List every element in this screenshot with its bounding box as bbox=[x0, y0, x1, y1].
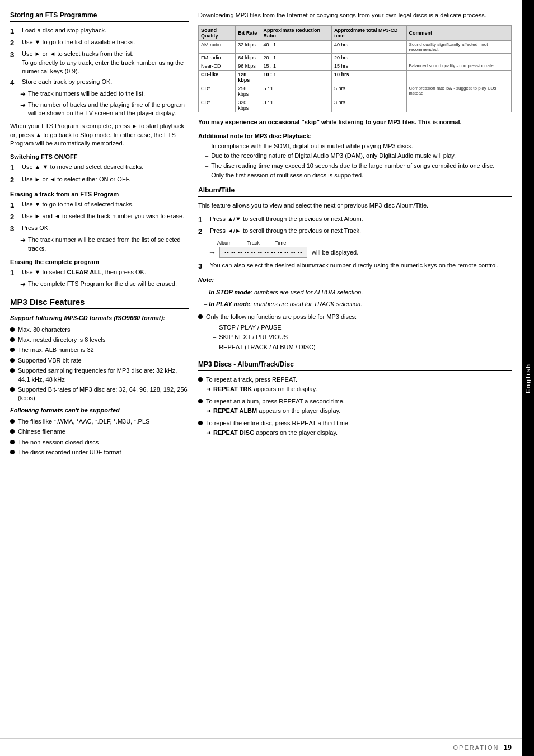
mp3-dash-0: – STOP / PLAY / PAUSE bbox=[213, 323, 357, 332]
table-header-ratio: Approximate Reduction Ratio bbox=[261, 26, 332, 41]
mp3-section: MP3 Disc Features Support following MP3-… bbox=[10, 297, 189, 457]
page: Storing an FTS Programme 1 Load a disc a… bbox=[0, 0, 534, 756]
mp3-title: MP3 Disc Features bbox=[10, 297, 189, 309]
repeat-disc-arrow: ➜ REPEAT DISC appears on the player disp… bbox=[206, 429, 350, 437]
switching-steps: 1 Use ▲ ▼ to move and select desired tra… bbox=[10, 163, 189, 185]
erasing-track-section: Erasing a track from an FTS Program 1 Us… bbox=[10, 191, 189, 253]
mp3-only-bullet-0: Only the following functions are possibl… bbox=[198, 313, 512, 354]
table-row: CD* 320 kbps 3 : 1 3 hrs bbox=[199, 98, 512, 112]
storing-step-1: 1 Load a disc and stop playback. bbox=[10, 26, 189, 36]
arrow-icon: ➜ bbox=[206, 429, 211, 437]
table-row: CD* 256 kbps 5 : 1 5 hrs Compression rat… bbox=[199, 84, 512, 98]
storing-section: Storing an FTS Programme 1 Load a disc a… bbox=[10, 11, 189, 148]
display-labels: Album Track Time bbox=[217, 240, 512, 246]
album-step-3: 3 You can also select the desired album/… bbox=[198, 261, 512, 271]
album-title-heading: Album/Title bbox=[198, 186, 512, 197]
erasing-complete-title: Erasing the complete program bbox=[10, 259, 189, 265]
bullet-icon bbox=[10, 440, 15, 444]
bullet-icon bbox=[10, 429, 15, 434]
mp3-only-dash-list: – STOP / PLAY / PAUSE – SKIP NEXT / PREV… bbox=[213, 323, 357, 351]
switching-step-1: 1 Use ▲ ▼ to move and select desired tra… bbox=[10, 163, 189, 173]
erasing-complete-steps: 1 Use ▼ to select CLEAR ALL, then press … bbox=[10, 268, 189, 278]
table-header-quality: Sound Quality bbox=[199, 26, 236, 41]
mp3-only-bullets: Only the following functions are possibl… bbox=[198, 313, 512, 354]
display-arrow-icon: → bbox=[208, 248, 216, 257]
switching-title: Switching FTS ON/OFF bbox=[10, 153, 189, 160]
intro-text: Downloading MP3 files from the Internet … bbox=[198, 11, 512, 20]
storing-step-3: 3 Use ► or ◄ to select tracks from the l… bbox=[10, 50, 189, 76]
footer-label: Operation bbox=[453, 744, 499, 751]
note-label: Note: bbox=[198, 276, 512, 284]
cant-bullet-1: Chinese filename bbox=[10, 428, 189, 436]
will-be-displayed: will be displayed. bbox=[312, 249, 358, 256]
skip-notice: You may experience an occasional "skip" … bbox=[198, 118, 512, 126]
mp3-bullet-1: Max. nested directory is 8 levels bbox=[10, 336, 189, 344]
storing-arrow-2: ➜ The number of tracks and the playing t… bbox=[20, 101, 189, 118]
mp3-dash-1: – SKIP NEXT / PREVIOUS bbox=[213, 333, 357, 341]
bullet-icon bbox=[198, 421, 203, 425]
mp3-discs-bullets: To repeat a track, press REPEAT. ➜ REPEA… bbox=[198, 375, 512, 439]
erasing-track-steps: 1 Use ▼ to go to the list of selected tr… bbox=[10, 200, 189, 234]
english-tab: English bbox=[522, 0, 534, 756]
album-title-section: Album/Title This feature allows you to v… bbox=[198, 186, 512, 308]
bullet-icon bbox=[10, 337, 15, 342]
mp3-discs-title: MP3 Discs - Album/Track/Disc bbox=[198, 360, 512, 371]
arrow-icon-2: ➜ bbox=[20, 101, 26, 110]
bullet-icon bbox=[10, 368, 15, 373]
album-title-intro: This feature allows you to view and sele… bbox=[198, 201, 512, 210]
main-content: Storing an FTS Programme 1 Load a disc a… bbox=[0, 0, 522, 756]
dash-item-3: – Only the first session of multisession… bbox=[205, 171, 512, 180]
cant-support-italic: Following formats can't be supported bbox=[10, 406, 189, 415]
cant-bullet-3: The discs recorded under UDF format bbox=[10, 448, 189, 457]
cant-bullet-2: The non-session closed discs bbox=[10, 438, 189, 447]
erasing-complete-step-1: 1 Use ▼ to select CLEAR ALL, then press … bbox=[10, 268, 189, 278]
album-step-1: 1 Press ▲/▼ to scroll through the previo… bbox=[198, 215, 512, 225]
mp3-bullets: Max. 30 characters Max. nested directory… bbox=[10, 326, 189, 403]
repeat-track-arrow: ➜ REPEAT TRK appears on the display. bbox=[206, 385, 317, 393]
mp3-quality-table: Sound Quality Bit Rate Approximate Reduc… bbox=[198, 25, 512, 112]
display-block: ▪▪ ▪▪ ▪▪ ▪▪ ▪▪ ▪▪ ▪▪ ▪▪ ▪▪ ▪▪ ▪▪ ▪▪ bbox=[219, 247, 307, 258]
note-section: Note: – In STOP mode: numbers are used f… bbox=[198, 276, 512, 308]
table-row: Near-CD 96 kbps 15 : 1 15 hrs Balanced s… bbox=[199, 62, 512, 71]
dash-item-2: – The disc reading time may exceed 10 se… bbox=[205, 162, 512, 170]
storing-steps: 1 Load a disc and stop playback. 2 Use ▼… bbox=[10, 26, 189, 88]
bullet-icon bbox=[10, 450, 15, 454]
right-column: Downloading MP3 files from the Internet … bbox=[198, 11, 512, 745]
footer: Operation 19 bbox=[0, 738, 522, 756]
erasing-track-step-2: 2 Use ► and ◄ to select the track number… bbox=[10, 212, 189, 222]
bullet-icon bbox=[198, 314, 203, 319]
repeat-track-item: To repeat a track, press REPEAT. ➜ REPEA… bbox=[198, 375, 512, 396]
additional-note-section: Additional note for MP3 disc Playback: –… bbox=[198, 133, 512, 180]
side-tab-label: English bbox=[524, 363, 531, 393]
switching-section: Switching FTS ON/OFF 1 Use ▲ ▼ to move a… bbox=[10, 153, 189, 185]
album-step-3-list: 3 You can also select the desired album/… bbox=[198, 261, 512, 271]
bullet-icon bbox=[10, 348, 15, 352]
repeat-album-item: To repeat an album, press REPEAT a secon… bbox=[198, 397, 512, 417]
table-header-comment: Comment bbox=[406, 26, 511, 41]
arrow-icon-1: ➜ bbox=[20, 90, 26, 99]
table-row: CD-like 128 kbps 10 : 1 10 hrs bbox=[199, 71, 512, 84]
mp3-bullet-2: The max. ALB number is 32 bbox=[10, 346, 189, 354]
dash-item-0: – In compliance with the SDMI, digital-o… bbox=[205, 142, 512, 151]
storing-title: Storing an FTS Programme bbox=[10, 11, 189, 22]
cant-bullet-0: The files like *.WMA, *AAC, *.DLF, *.M3U… bbox=[10, 417, 189, 426]
mp3-discs-section: MP3 Discs - Album/Track/Disc To repeat a… bbox=[198, 360, 512, 439]
erasing-complete-arrow: ➜ The complete FTS Program for the disc … bbox=[20, 280, 189, 289]
album-step-2: 2 Press ◄/► to scroll through the previo… bbox=[198, 227, 512, 237]
cant-bullets: The files like *.WMA, *AAC, *.DLF, *.M3U… bbox=[10, 417, 189, 457]
bullet-icon bbox=[10, 419, 15, 424]
bullet-icon bbox=[10, 387, 15, 392]
note-line-0: – In STOP mode: numbers are used for ALB… bbox=[204, 288, 512, 297]
note-line-1: – In PLAY mode: numbers are used for TRA… bbox=[204, 300, 512, 308]
display-row: → ▪▪ ▪▪ ▪▪ ▪▪ ▪▪ ▪▪ ▪▪ ▪▪ ▪▪ ▪▪ ▪▪ ▪▪ wi… bbox=[208, 247, 512, 258]
repeat-album-arrow: ➜ REPEAT ALBM appears on the player disp… bbox=[206, 407, 345, 415]
dash-item-1: – Due to the recording nature of Digital… bbox=[205, 152, 512, 160]
bullet-icon bbox=[198, 377, 203, 382]
storing-complete-note: When your FTS Program is complete, press… bbox=[10, 122, 189, 148]
switching-step-2: 2 Use ► or ◄ to select either ON or OFF. bbox=[10, 175, 189, 185]
bullet-icon bbox=[198, 399, 203, 403]
erasing-track-step-1: 1 Use ▼ to go to the list of selected tr… bbox=[10, 200, 189, 210]
erasing-complete-section: Erasing the complete program 1 Use ▼ to … bbox=[10, 259, 189, 289]
album-steps: 1 Press ▲/▼ to scroll through the previo… bbox=[198, 215, 512, 237]
left-column: Storing an FTS Programme 1 Load a disc a… bbox=[10, 11, 189, 745]
